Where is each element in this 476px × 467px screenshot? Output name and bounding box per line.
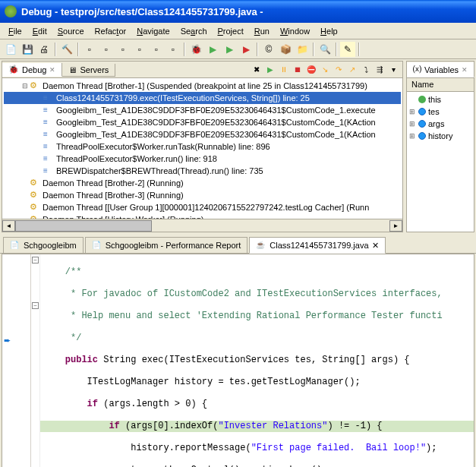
var-name: history — [428, 131, 452, 140]
save-button[interactable]: 💾 — [20, 42, 35, 57]
fold-column[interactable]: − − — [31, 254, 40, 467]
build-button[interactable]: 🔨 — [59, 42, 74, 57]
editor-tab[interactable]: Class1241455731799.java✕ — [249, 237, 385, 254]
editor-tab[interactable]: Schgoogleibm — [3, 237, 84, 253]
frame-icon — [43, 153, 54, 164]
new-class-button[interactable]: © — [261, 42, 276, 57]
stack-frame-row[interactable]: ThreadPoolExecutor$Worker.runTask(Runnab… — [4, 140, 401, 153]
stack-frame-row[interactable]: Googleibm_Test_A1DE38C9DDF3FBF0E209E5323… — [4, 104, 401, 116]
tool-button-6[interactable]: ▫ — [165, 42, 181, 57]
scroll-thumb[interactable] — [15, 220, 152, 232]
editor-ruler[interactable]: ➨ — [2, 254, 31, 467]
stack-frame-row[interactable]: Class1241455731799.exec(ITestExecutionSe… — [4, 92, 401, 104]
step-into-button[interactable]: ↘ — [319, 64, 331, 76]
scroll-right-arrow[interactable]: ► — [389, 220, 402, 232]
menu-edit[interactable]: Edit — [27, 25, 52, 37]
tab-label: Schgoogleibm — [24, 241, 77, 250]
close-icon[interactable]: ✕ — [372, 241, 379, 251]
expand-icon[interactable]: ⊞ — [408, 132, 416, 140]
fold-toggle[interactable]: − — [32, 257, 39, 263]
new-package-button[interactable]: 📦 — [278, 42, 293, 57]
step-over-button[interactable]: ↷ — [333, 64, 345, 76]
var-type-icon — [418, 120, 426, 128]
frame-icon — [43, 141, 54, 152]
search-button[interactable]: 🔍 — [317, 42, 333, 57]
debug-tree[interactable]: ⊟Daemon Thread [Brother-1] (Suspended (b… — [2, 78, 402, 219]
scroll-left-arrow[interactable]: ◄ — [2, 220, 15, 232]
step-return-button[interactable]: ↗ — [346, 64, 358, 76]
code-line: */ — [43, 333, 81, 343]
variable-row[interactable]: ⊞history — [408, 130, 472, 142]
thread-row[interactable]: Daemon Thread [History Worker] (Running) — [4, 213, 401, 219]
thread-row[interactable]: ⊟Daemon Thread [Brother-1] (Suspended (b… — [4, 80, 401, 92]
thread-icon — [30, 80, 40, 91]
close-icon[interactable]: ✕ — [462, 66, 468, 74]
run-button[interactable]: ▶ — [205, 42, 220, 57]
row-label: ThreadPoolExecutor$Worker.run() line: 91… — [56, 154, 217, 163]
stack-frame-row[interactable]: Googleibm_Test_A1DE38C9DDF3FBF0E209E5323… — [4, 116, 401, 128]
view-menu-button[interactable]: ▾ — [387, 64, 399, 76]
tool-button-3[interactable]: ▫ — [115, 42, 131, 57]
disconnect-button[interactable]: ⛔ — [305, 64, 317, 76]
tool-button-2[interactable]: ▫ — [99, 42, 114, 57]
menu-window[interactable]: Window — [275, 25, 315, 37]
vars-body[interactable]: this⊞tes⊞args⊞history — [407, 92, 474, 232]
suspend-button[interactable]: ⏸ — [278, 64, 290, 76]
thread-row[interactable]: Daemon Thread [[User Group 1][000001]124… — [4, 201, 401, 213]
code-area[interactable]: /** * For javadoc of ICustomCode2 and IT… — [40, 254, 474, 467]
tab-servers[interactable]: 🖥 Servers — [62, 64, 115, 77]
print-button[interactable]: 🖨 — [36, 42, 52, 57]
resume-button[interactable]: ▶ — [264, 64, 276, 76]
code-line: * Help menu and select 'Extending Ration… — [43, 311, 443, 321]
stack-frame-row[interactable]: Googleibm_Test_A1DE38C9DDF3FBF0E209E5323… — [4, 128, 401, 140]
menu-navigate[interactable]: Navigate — [131, 25, 175, 37]
tool-button-5[interactable]: ▫ — [149, 42, 164, 57]
thread-row[interactable]: Daemon Thread [Brother-2] (Running) — [4, 177, 401, 189]
annotate-button[interactable]: ✎ — [340, 42, 355, 57]
app-icon — [5, 5, 17, 17]
row-label: Daemon Thread [Brother-2] (Running) — [43, 178, 184, 188]
horizontal-scrollbar[interactable]: ◄ ► — [2, 219, 402, 232]
vars-column-header[interactable]: Name — [407, 78, 474, 92]
variable-row[interactable]: this — [408, 93, 472, 106]
variable-row[interactable]: ⊞tes — [408, 106, 472, 118]
code-editor[interactable]: ➨ − − /** * For javadoc of ICustomCode2 … — [2, 254, 474, 467]
ext-tools-button[interactable]: ▶ — [238, 42, 254, 57]
run-last-button[interactable]: ▶ — [222, 42, 237, 57]
stack-frame-row[interactable]: BREWDispatcher$BREWThread(Thread).run() … — [4, 165, 401, 177]
code-text: (args.length > 0) { — [98, 399, 207, 409]
breakpoint-marker[interactable]: ➨ — [4, 336, 14, 346]
menu-run[interactable]: Run — [249, 25, 275, 37]
menu-refactor[interactable]: Refactor — [90, 25, 132, 37]
tool-button-1[interactable]: ▫ — [82, 42, 97, 57]
step-filters-button[interactable]: ⇶ — [374, 64, 386, 76]
menu-file[interactable]: File — [3, 25, 27, 37]
tab-debug[interactable]: 🐞 Debug ✕ — [2, 63, 62, 77]
editor-tab[interactable]: Schgoogleibm - Performance Report — [85, 237, 248, 253]
menu-search[interactable]: Search — [175, 25, 213, 37]
tab-variables-label: Variables — [424, 65, 459, 74]
menu-project[interactable]: Project — [213, 25, 249, 37]
report-icon — [92, 240, 102, 251]
debug-button[interactable]: 🐞 — [188, 42, 203, 57]
close-icon[interactable]: ✕ — [49, 66, 55, 74]
tab-variables[interactable]: ⒳ Variables ✕ — [407, 62, 474, 77]
drop-frame-button[interactable]: ⤵ — [360, 64, 372, 76]
fold-toggle[interactable]: − — [32, 302, 39, 309]
bug-icon: 🐞 — [8, 65, 19, 74]
menu-source[interactable]: Source — [52, 25, 90, 37]
expand-icon[interactable]: ⊞ — [408, 108, 416, 115]
var-type-icon — [418, 132, 426, 140]
expand-icon[interactable]: ⊞ — [408, 120, 416, 128]
terminate-button[interactable]: ⏹ — [292, 64, 304, 76]
stack-frame-row[interactable]: ThreadPoolExecutor$Worker.run() line: 91… — [4, 153, 401, 165]
open-type-button[interactable]: 📁 — [295, 42, 310, 57]
menu-help[interactable]: Help — [315, 25, 343, 37]
tool-button-4[interactable]: ▫ — [132, 42, 147, 57]
debug-view: 🐞 Debug ✕ 🖥 Servers ✖ ▶ ⏸ ⏹ ⛔ ↘ ↷ ↗ ⤵ ⇶ … — [2, 61, 403, 232]
remove-terminated-button[interactable]: ✖ — [251, 64, 263, 76]
variable-row[interactable]: ⊞args — [408, 118, 472, 130]
new-button[interactable]: 📄 — [3, 42, 18, 57]
var-name: this — [428, 95, 441, 104]
thread-row[interactable]: Daemon Thread [Brother-3] (Running) — [4, 189, 401, 201]
